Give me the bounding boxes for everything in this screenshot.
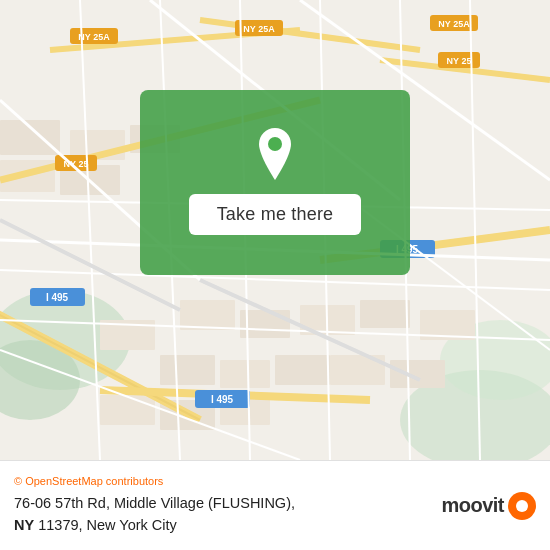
svg-text:NY 25A: NY 25A <box>78 32 110 42</box>
svg-rect-20 <box>390 360 445 388</box>
footer-info: © OpenStreetMap contributors 76-06 57th … <box>14 475 429 535</box>
location-pin-icon <box>251 130 299 178</box>
address-line2-suffix: 11379, New York City <box>34 517 177 533</box>
moovit-dot-icon <box>508 492 536 520</box>
svg-rect-13 <box>360 300 410 328</box>
moovit-text: moovit <box>441 494 504 517</box>
svg-text:I 495: I 495 <box>211 394 234 405</box>
svg-rect-18 <box>275 355 330 385</box>
svg-rect-21 <box>100 395 155 425</box>
footer: © OpenStreetMap contributors 76-06 57th … <box>0 460 550 550</box>
moovit-logo: moovit <box>441 492 536 520</box>
svg-text:NY 25: NY 25 <box>447 56 472 66</box>
svg-rect-10 <box>180 300 235 330</box>
svg-point-65 <box>268 137 282 151</box>
svg-rect-16 <box>160 355 215 385</box>
svg-text:NY 25A: NY 25A <box>438 19 470 29</box>
overlay-panel: Take me there <box>140 90 410 275</box>
svg-text:NY 25A: NY 25A <box>243 24 275 34</box>
svg-rect-17 <box>220 360 270 388</box>
map-credit: © OpenStreetMap contributors <box>14 475 429 487</box>
moovit-dot-inner <box>516 500 528 512</box>
svg-text:I 495: I 495 <box>46 292 69 303</box>
address-text: 76-06 57th Rd, Middle Village (FLUSHING)… <box>14 493 429 535</box>
map-container: I 495 I 495 I 495 NY 25 NY 25A NY 25A NY… <box>0 0 550 460</box>
take-me-there-button[interactable]: Take me there <box>189 194 362 235</box>
